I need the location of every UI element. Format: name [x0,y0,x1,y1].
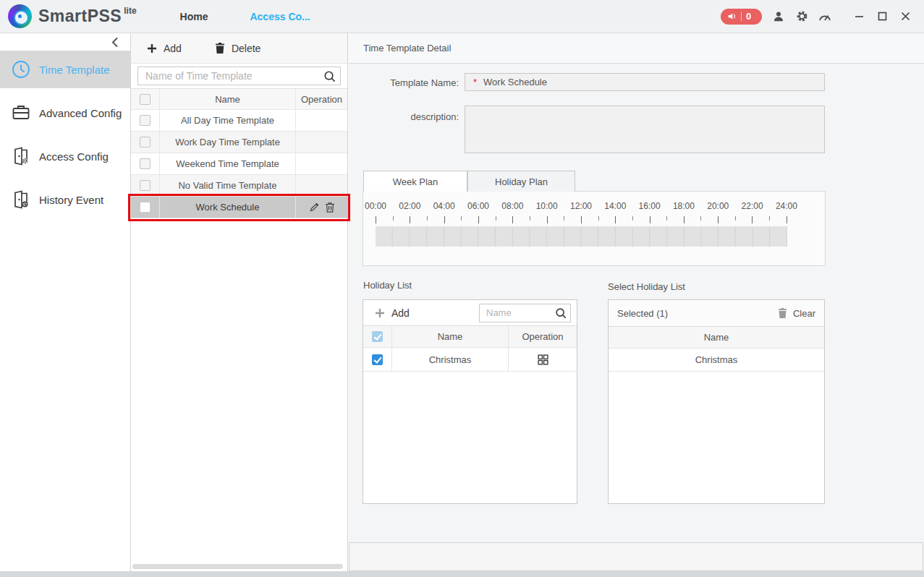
table-row-selected[interactable]: Work Schedule [131,197,347,218]
tab-home[interactable]: Home [180,11,208,22]
template-table-header: Name Operation [131,88,347,110]
selected-holiday-row[interactable]: Christmas [609,349,824,372]
template-name: All Day Time Template [160,110,296,131]
column-header-operation: Operation [509,326,577,347]
holiday-name: Christmas [392,348,509,371]
selected-table-header: Name [609,327,824,349]
select-holiday-list-title: Select Holiday List [608,281,685,292]
row-checkbox[interactable] [140,180,151,191]
sidebar-nav: Time Template Advanced Config Access Con… [0,51,130,218]
door-gear-icon [11,147,30,166]
horizontal-scrollbar[interactable] [132,564,343,569]
template-name-field[interactable]: * Work Schedule [465,73,825,91]
user-icon[interactable] [772,10,785,23]
delete-template-label: Delete [232,43,260,54]
app-name-suffix: lite [124,6,136,16]
row-checkbox[interactable] [140,137,151,148]
tab-holiday-plan[interactable]: Holiday Plan [467,171,575,192]
sidebar-item-label: Time Template [39,64,110,76]
template-name: Work Schedule [160,197,296,218]
table-row[interactable]: No Valid Time Template [131,175,347,197]
timeline-labels: 00:0002:0004:0006:0008:0010:0012:0014:00… [359,201,803,211]
sidebar-item-access-config[interactable]: Access Config [0,137,130,175]
holiday-search-box [479,304,571,322]
sidebar-item-label: Advanced Config [39,107,122,119]
search-icon[interactable] [323,70,336,82]
plus-icon [147,43,157,54]
tab-week-plan[interactable]: Week Plan [363,171,467,192]
timeline-ticks [376,216,787,224]
main-nav-tabs: Home Access Co... [180,11,310,22]
settings-gear-icon[interactable] [795,10,808,23]
template-name: No Valid Time Template [160,175,296,196]
sidebar-item-history-event[interactable]: History Event [0,181,130,218]
door-clock-icon [11,190,30,210]
template-name: Work Day Time Template [160,132,296,153]
alarm-badge[interactable]: 0 [721,9,762,25]
add-template-label: Add [164,43,182,54]
row-checkbox[interactable] [140,115,151,126]
sidebar: Time Template Advanced Config Access Con… [0,33,131,571]
sidebar-collapse-icon[interactable] [111,37,123,48]
holiday-list-title: Holiday List [363,280,412,291]
add-template-button[interactable]: Add [147,43,182,54]
minimize-button[interactable] [853,11,865,22]
column-header-operation: Operation [296,89,347,109]
timeline-track[interactable] [376,226,787,247]
add-holiday-button[interactable]: Add [375,307,410,319]
select-all-checkbox[interactable] [140,94,151,105]
template-table: Name Operation All Day Time Template Wor… [131,88,347,218]
maximize-button[interactable] [876,11,888,22]
select-all-checkbox[interactable] [372,331,383,342]
template-toolbar: Add Delete [131,33,347,64]
clear-label: Clear [793,308,815,319]
delete-trash-icon[interactable] [325,202,335,213]
template-list-panel: Add Delete Name Operation [131,33,348,571]
row-checkbox-checked[interactable] [372,354,383,365]
detail-title: Time Template Detail [349,33,924,64]
holiday-search-input[interactable] [486,307,555,318]
sidebar-item-label: History Event [39,194,103,206]
close-button[interactable] [899,11,911,22]
alarm-count: 0 [746,11,755,22]
row-checkbox[interactable] [140,158,151,169]
table-row[interactable]: Weekend Time Template [131,153,347,175]
sidebar-item-advanced-config[interactable]: Advanced Config [0,94,130,132]
trash-icon [778,308,787,318]
trash-icon [215,43,225,54]
table-row[interactable]: All Day Time Template [131,110,347,132]
table-row[interactable]: Work Day Time Template [131,132,347,153]
sidebar-item-time-template[interactable]: Time Template [0,51,130,88]
template-search-row [131,64,347,88]
holiday-row[interactable]: Christmas [363,348,577,372]
holiday-list-panel: Add Name Operation Christmas [363,299,577,504]
selected-count: Selected (1) [617,308,668,319]
column-header-name: Name [392,326,509,347]
app-window: SmartPSS lite Home Access Co... 0 [0,0,924,577]
selected-holiday-panel: Selected (1) Clear Name Christmas [608,299,825,504]
holiday-toolbar: Add [363,300,577,326]
speaker-icon [727,12,737,21]
template-search-input[interactable] [145,70,323,82]
holiday-table-header: Name Operation [363,326,577,348]
edit-pencil-icon[interactable] [309,202,320,213]
tab-access-control[interactable]: Access Co... [250,11,310,22]
delete-template-button[interactable]: Delete [215,43,260,54]
required-asterisk: * [473,77,477,87]
template-name-value: Work Schedule [483,77,547,87]
app-logo-icon [8,4,32,28]
description-label: description: [349,111,459,122]
template-name-label: Template Name: [349,77,459,88]
week-plan-timeline: 00:0002:0004:0006:0008:0010:0012:0014:00… [363,191,826,266]
search-icon[interactable] [555,307,567,319]
briefcase-icon [11,103,30,123]
description-field[interactable] [465,106,825,153]
dashboard-gauge-icon[interactable] [818,10,831,23]
row-checkbox[interactable] [140,202,151,213]
clock-icon [11,60,30,80]
template-name: Weekend Time Template [160,153,296,174]
plus-icon [375,308,385,318]
clear-button[interactable]: Clear [778,308,815,319]
grid-operation-icon[interactable] [537,354,549,366]
window-buttons [853,11,911,22]
